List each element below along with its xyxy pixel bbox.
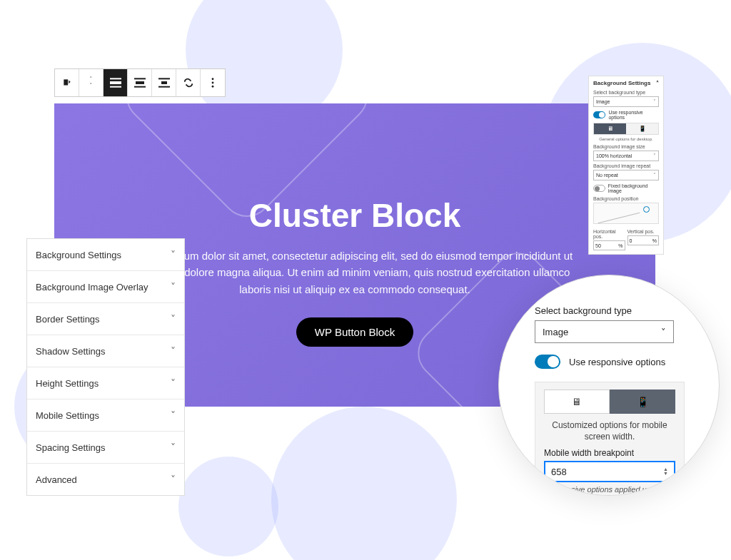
zoom-select-label: Select background type — [535, 305, 683, 316]
zoom-device-description: Customized options for mobile screen wid… — [544, 419, 675, 442]
svg-point-9 — [212, 78, 214, 80]
chevron-up-icon: ˄ — [656, 80, 659, 86]
select-value: Image — [543, 327, 568, 337]
accordion-label: Height Settings — [36, 378, 99, 389]
select-value: No repeat — [596, 173, 618, 178]
v-pos-label: Vertical pos. — [627, 229, 660, 234]
tab-desktop[interactable]: 🖥 — [594, 123, 626, 134]
zoom-responsive-toggle[interactable] — [535, 355, 560, 369]
zoom-detail: Select background type Image ˅ Use respo… — [498, 275, 720, 496]
accordion-label: Mobile Settings — [36, 410, 99, 421]
fixed-bg-toggle[interactable] — [593, 185, 605, 192]
breakpoint-label: Mobile width breakpoint — [544, 448, 675, 458]
svg-rect-5 — [134, 86, 146, 88]
transform-button[interactable] — [176, 69, 201, 96]
zoom-device-tabs: 🖥 📱 — [544, 390, 675, 414]
align-full-button[interactable] — [104, 69, 128, 96]
svg-point-11 — [212, 86, 214, 88]
accordion-item-mobile[interactable]: Mobile Settings˅ — [27, 399, 184, 432]
chevron-down-icon: ˅ — [171, 345, 176, 357]
chevron-down-icon: ˅ — [171, 313, 176, 325]
chevron-down-icon: ˅ — [653, 99, 656, 105]
decorative-blob — [178, 457, 278, 556]
chevron-down-icon: ˅ — [171, 281, 176, 292]
background-settings-panel: Background Settings ˄ Select background … — [588, 76, 664, 255]
move-down-icon: ˅ — [89, 83, 93, 89]
chevron-down-icon: ˅ — [653, 173, 656, 178]
accordion-item-spacing[interactable]: Spacing Settings˅ — [27, 432, 184, 464]
fixed-bg-label: Fixed background image — [608, 183, 659, 193]
block-type-button[interactable] — [55, 69, 79, 96]
align-none-button[interactable] — [152, 69, 176, 96]
breakpoint-hint: Responsive options applied under screen … — [544, 485, 675, 496]
block-toolbar: ˄ ˅ — [54, 68, 226, 97]
svg-rect-2 — [110, 86, 121, 88]
input-value: 0 — [630, 238, 632, 243]
responsive-toggle[interactable] — [593, 111, 605, 118]
zoom-tab-desktop[interactable]: 🖥 — [544, 390, 610, 414]
select-image-size[interactable]: 100% horizontal˅ — [593, 151, 659, 161]
chevron-down-icon: ˅ — [171, 249, 176, 260]
input-unit: % — [652, 238, 657, 243]
svg-point-10 — [212, 82, 214, 84]
zoom-select-background-type[interactable]: Image ˅ — [535, 320, 674, 343]
select-background-type[interactable]: Image˅ — [593, 96, 659, 107]
accordion-item-advanced[interactable]: Advanced˅ — [27, 464, 184, 495]
accordion-label: Shadow Settings — [36, 346, 106, 357]
chevron-down-icon: ˅ — [653, 153, 656, 159]
decorative-blob — [271, 407, 457, 560]
input-value: 50 — [595, 243, 601, 248]
accordion-item-background[interactable]: Background Settings˅ — [27, 239, 184, 271]
position-line — [598, 213, 640, 223]
accordion-item-height[interactable]: Height Settings˅ — [27, 367, 184, 399]
select-value: 100% horizontal — [596, 153, 632, 158]
svg-rect-6 — [158, 78, 170, 79]
align-wide-button[interactable] — [128, 69, 152, 96]
panel-header[interactable]: Background Settings ˄ — [593, 80, 659, 86]
cluster-paragraph: Lorem ipsum dolor sit amet, consectetur … — [126, 248, 583, 297]
svg-rect-3 — [134, 78, 146, 79]
v-pos-input[interactable]: 0% — [627, 235, 660, 245]
svg-rect-1 — [110, 81, 121, 84]
desktop-icon: 🖥 — [608, 126, 613, 132]
cluster-heading: Cluster Block — [119, 196, 591, 235]
position-label: Background position — [593, 196, 659, 201]
breakpoint-input[interactable]: 658 ▲▼ — [544, 461, 675, 482]
accordion-label: Background Settings — [36, 250, 121, 260]
svg-rect-4 — [136, 81, 144, 84]
device-tabs: 🖥 📱 — [593, 123, 659, 135]
input-unit: % — [618, 243, 622, 248]
desktop-icon: 🖥 — [572, 396, 582, 407]
h-pos-label: Horizontal pos. — [593, 229, 625, 239]
accordion-label: Border Settings — [36, 314, 100, 325]
zoom-responsive-label: Use responsive options — [569, 357, 665, 367]
position-picker[interactable] — [593, 203, 659, 224]
size-label: Background image size — [593, 144, 659, 149]
zoom-device-box: 🖥 📱 Customized options for mobile screen… — [535, 382, 685, 496]
h-pos-input[interactable]: 50% — [593, 240, 625, 250]
repeat-label: Background image repeat — [593, 163, 659, 168]
input-value: 658 — [551, 467, 567, 477]
accordion-label: Advanced — [36, 474, 77, 485]
more-options-button[interactable] — [201, 69, 225, 96]
svg-rect-7 — [161, 81, 167, 84]
tab-mobile[interactable]: 📱 — [626, 123, 658, 134]
mobile-icon: 📱 — [637, 396, 649, 407]
accordion-item-shadow[interactable]: Shadow Settings˅ — [27, 335, 184, 367]
select-image-repeat[interactable]: No repeat˅ — [593, 170, 659, 180]
select-value: Image — [596, 99, 610, 104]
number-spinner[interactable]: ▲▼ — [663, 467, 668, 476]
svg-rect-8 — [158, 86, 170, 88]
block-movers[interactable]: ˄ ˅ — [79, 69, 104, 96]
position-handle[interactable] — [643, 206, 650, 213]
chevron-down-icon: ˅ — [661, 327, 666, 337]
accordion-item-overlay[interactable]: Background Image Overlay˅ — [27, 271, 184, 303]
panel-title: Background Settings — [593, 80, 650, 86]
mobile-icon: 📱 — [639, 126, 646, 132]
wp-button-block[interactable]: WP Button Block — [296, 317, 413, 347]
chevron-down-icon: ˅ — [171, 377, 176, 389]
zoom-tab-mobile[interactable]: 📱 — [610, 390, 675, 414]
accordion-label: Background Image Overlay — [36, 282, 148, 292]
select-type-label: Select background type — [593, 90, 659, 95]
accordion-item-border[interactable]: Border Settings˅ — [27, 303, 184, 335]
